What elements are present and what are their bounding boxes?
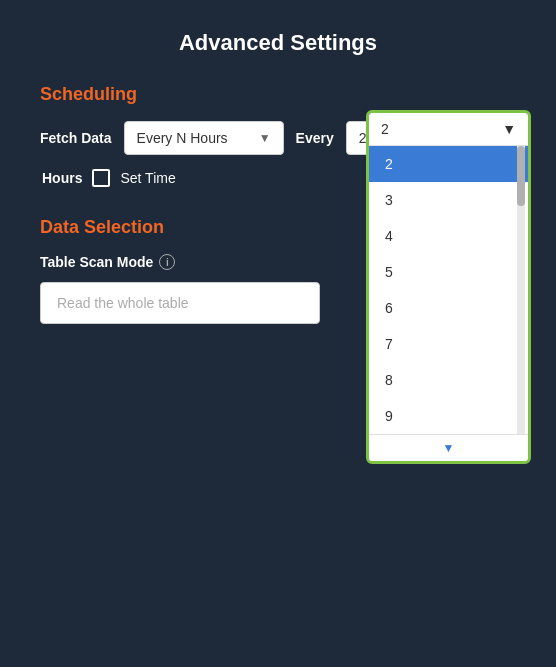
- info-icon[interactable]: i: [159, 254, 175, 270]
- dropdown-item-7[interactable]: 7: [369, 326, 528, 362]
- every-label: Every: [296, 130, 334, 146]
- dropdown-item-6[interactable]: 6: [369, 290, 528, 326]
- fetch-data-label: Fetch Data: [40, 130, 112, 146]
- dropdown-footer-chevron-down-icon: ▼: [443, 441, 455, 455]
- hours-label: Hours: [42, 170, 82, 186]
- dropdown-footer[interactable]: ▼: [369, 434, 528, 461]
- dropdown-item-2[interactable]: 2: [369, 146, 528, 182]
- scrollbar-thumb[interactable]: [517, 146, 525, 206]
- table-scan-mode-text: Table Scan Mode: [40, 254, 153, 270]
- dropdown-list: 2 3 4 5 6 7 8 9 ▼: [369, 146, 528, 461]
- scheduling-section-title: Scheduling: [40, 84, 516, 105]
- dropdown-item-3[interactable]: 3: [369, 182, 528, 218]
- dropdown-header-value: 2: [381, 121, 389, 137]
- dropdown-item-8[interactable]: 8: [369, 362, 528, 398]
- dropdown-header-chevron-icon: ▼: [502, 121, 516, 137]
- fetch-data-dropdown[interactable]: Every N Hours ▼: [124, 121, 284, 155]
- dropdown-wrapper: 2 ▼ 2 3 4 5 6 7 8 9 ▼: [366, 110, 531, 464]
- dropdown-item-5[interactable]: 5: [369, 254, 528, 290]
- dropdown-header[interactable]: 2 ▼: [369, 113, 528, 146]
- dropdown-item-4[interactable]: 4: [369, 218, 528, 254]
- dropdown-list-inner: 2 3 4 5 6 7 8 9: [369, 146, 528, 434]
- table-scan-input[interactable]: Read the whole table: [40, 282, 320, 324]
- page-container: Advanced Settings Scheduling Fetch Data …: [0, 0, 556, 667]
- dropdown-item-9[interactable]: 9: [369, 398, 528, 434]
- scrollbar-track: [517, 146, 525, 434]
- fetch-data-chevron-icon: ▼: [259, 131, 271, 145]
- fetch-data-dropdown-value: Every N Hours: [137, 130, 228, 146]
- page-title: Advanced Settings: [40, 30, 516, 56]
- set-time-checkbox[interactable]: [92, 169, 110, 187]
- set-time-label: Set Time: [120, 170, 175, 186]
